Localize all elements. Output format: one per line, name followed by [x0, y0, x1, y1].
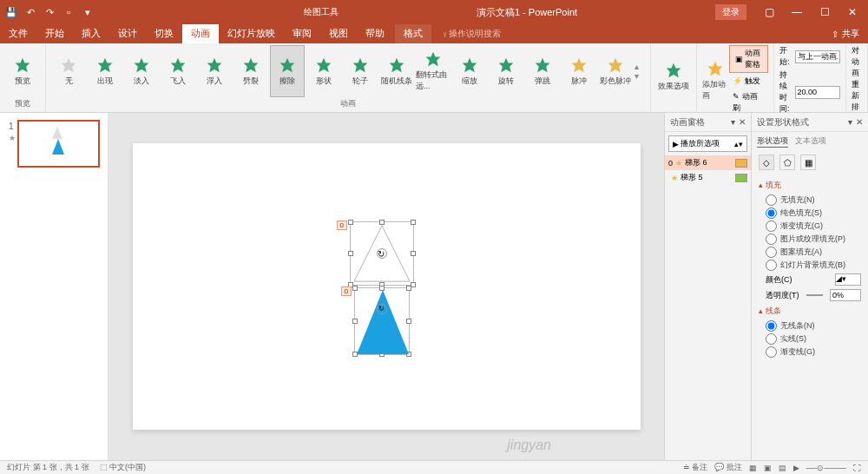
- anim-option-15[interactable]: 彩色脉冲: [598, 45, 633, 97]
- star-icon: [388, 56, 405, 74]
- tell-me-search[interactable]: ♀ 操作说明搜索: [431, 24, 823, 43]
- fill-section-toggle[interactable]: ▴ 填充: [759, 177, 861, 194]
- lang-indicator[interactable]: ⬚ 中文(中国): [100, 462, 147, 473]
- qat-dropdown-icon[interactable]: ▾: [80, 4, 95, 20]
- tab-design[interactable]: 设计: [109, 24, 146, 43]
- transparency-slider[interactable]: [806, 294, 824, 296]
- undo-icon[interactable]: ↶: [23, 4, 38, 20]
- anim-option-11[interactable]: 缩放: [452, 45, 487, 97]
- animation-order-tag-1[interactable]: 0: [337, 221, 347, 230]
- duration-input[interactable]: [795, 86, 840, 99]
- anim-option-8[interactable]: 轮子: [343, 45, 378, 97]
- effects-icon[interactable]: ⬠: [779, 155, 795, 170]
- radio-no-line[interactable]: 无线条(N): [759, 319, 861, 332]
- play-selected-button[interactable]: ▶ 播放所选项 ▴▾: [668, 135, 747, 152]
- radio-slide-bg-fill[interactable]: 幻灯片背景填充(B): [759, 259, 861, 272]
- slide-editor[interactable]: 0 ↻ 0 ↻ jingyan: [108, 113, 664, 460]
- fill-line-icon[interactable]: ◇: [759, 155, 774, 170]
- trigger-button[interactable]: ⚡ 触发: [729, 74, 768, 89]
- shape-trapezoid-6[interactable]: 0 ↻: [350, 221, 414, 286]
- tab-help[interactable]: 帮助: [357, 24, 393, 43]
- rotate-handle-icon[interactable]: ↻: [377, 304, 387, 314]
- anim-option-7[interactable]: 形状: [306, 45, 341, 97]
- comments-button[interactable]: 💬 批注: [714, 462, 742, 473]
- slide-canvas[interactable]: 0 ↻ 0 ↻: [133, 143, 641, 430]
- anim-option-10[interactable]: 翻转式由远...: [416, 45, 450, 97]
- anim-list-item[interactable]: 0 ★ 梯形 6: [665, 155, 751, 170]
- tab-animations[interactable]: 动画: [182, 24, 219, 43]
- duration-label: 持续时间:: [779, 69, 790, 115]
- anim-option-6[interactable]: 擦除: [270, 45, 305, 97]
- format-pane-title: 设置形状格式: [757, 116, 809, 128]
- transparency-input[interactable]: [830, 289, 861, 301]
- radio-picture-fill[interactable]: 图片或纹理填充(P): [759, 233, 861, 246]
- animation-painter-button[interactable]: ✎ 动画刷: [729, 89, 768, 115]
- fit-to-window-icon[interactable]: ⛶: [853, 464, 861, 472]
- normal-view-icon[interactable]: ▦: [749, 464, 757, 472]
- slideshow-view-icon[interactable]: ▶: [793, 464, 799, 472]
- anim-option-label: 出现: [97, 76, 113, 87]
- tab-review[interactable]: 审阅: [284, 24, 320, 43]
- pane-close-icon[interactable]: ✕: [856, 117, 863, 127]
- anim-option-3[interactable]: 飞入: [161, 45, 195, 97]
- start-from-beginning-icon[interactable]: ▫: [61, 4, 76, 20]
- tab-transitions[interactable]: 切换: [146, 24, 182, 43]
- anim-option-2[interactable]: 淡入: [124, 45, 159, 97]
- add-animation-button[interactable]: 添加动画: [702, 55, 727, 107]
- anim-list-item[interactable]: ★ 梯形 5: [665, 170, 751, 185]
- zoom-slider[interactable]: ──⊙────: [806, 464, 846, 472]
- pane-dropdown-icon[interactable]: ▾: [731, 117, 735, 127]
- gallery-more-icon[interactable]: ▴▾: [635, 45, 645, 97]
- line-section-toggle[interactable]: ▴ 线条: [759, 303, 861, 319]
- animation-order-tag-2[interactable]: 0: [341, 286, 352, 296]
- radio-no-fill[interactable]: 无填充(N): [759, 194, 861, 207]
- radio-solid-fill[interactable]: 纯色填充(S): [759, 207, 861, 220]
- minimize-icon[interactable]: —: [785, 3, 809, 21]
- rotate-handle-icon[interactable]: ↻: [377, 248, 387, 259]
- tab-slideshow[interactable]: 幻灯片放映: [219, 24, 284, 43]
- notes-button[interactable]: ≐ 备注: [683, 462, 708, 473]
- ribbon-options-icon[interactable]: ▢: [757, 3, 781, 21]
- redo-icon[interactable]: ↷: [42, 4, 57, 20]
- anim-option-4[interactable]: 浮入: [197, 45, 232, 97]
- preview-button[interactable]: 预览: [5, 45, 40, 97]
- anim-option-1[interactable]: 出现: [88, 45, 122, 97]
- radio-gradient-fill[interactable]: 渐变填充(G): [759, 220, 861, 233]
- tab-insert[interactable]: 插入: [73, 24, 109, 43]
- color-picker[interactable]: ◢▾: [835, 273, 861, 286]
- anim-option-5[interactable]: 劈裂: [233, 45, 268, 97]
- tab-home[interactable]: 开始: [36, 24, 73, 43]
- tab-shape-options[interactable]: 形状选项: [757, 135, 788, 148]
- anim-option-13[interactable]: 弹跳: [525, 45, 560, 97]
- animation-gallery[interactable]: 无 出现 淡入 飞入 浮入 劈裂 擦除 形状 轮子 随机线条: [51, 45, 645, 97]
- save-icon[interactable]: 💾: [3, 4, 19, 20]
- svg-marker-17: [667, 63, 681, 78]
- effect-options-button[interactable]: 效果选项: [656, 51, 691, 103]
- login-button[interactable]: 登录: [715, 4, 746, 20]
- radio-gradient-line[interactable]: 渐变线(G): [759, 346, 861, 359]
- anim-option-9[interactable]: 随机线条: [379, 45, 414, 97]
- pane-close-icon[interactable]: ✕: [739, 117, 746, 127]
- start-input[interactable]: [795, 50, 840, 63]
- tab-file[interactable]: 文件: [0, 24, 36, 43]
- tab-format[interactable]: 格式: [395, 24, 431, 43]
- close-icon[interactable]: ✕: [840, 3, 865, 21]
- svg-marker-12: [463, 57, 477, 72]
- anim-option-12[interactable]: 旋转: [489, 45, 523, 97]
- radio-solid-line[interactable]: 实线(S): [759, 332, 861, 346]
- anim-option-0[interactable]: 无: [51, 45, 86, 97]
- maximize-icon[interactable]: ☐: [812, 3, 837, 21]
- shape-trapezoid-5[interactable]: 0 ↻: [354, 287, 410, 355]
- group-timing: 开始: 持续时间: 延迟: 计时: [774, 43, 846, 112]
- slide-thumbnail-1[interactable]: 1 ★: [17, 120, 100, 168]
- size-properties-icon[interactable]: ▦: [800, 155, 816, 170]
- radio-pattern-fill[interactable]: 图案填充(A): [759, 246, 861, 259]
- anim-option-14[interactable]: 脉冲: [562, 45, 596, 97]
- animation-pane-button[interactable]: ▣ 动画窗格: [729, 45, 768, 73]
- reading-view-icon[interactable]: ▤: [779, 464, 786, 472]
- tab-text-options[interactable]: 文本选项: [795, 135, 826, 148]
- share-button[interactable]: ⇪ 共享: [823, 24, 868, 43]
- sorter-view-icon[interactable]: ▣: [764, 464, 772, 472]
- pane-dropdown-icon[interactable]: ▾: [848, 117, 852, 127]
- tab-view[interactable]: 视图: [320, 24, 357, 43]
